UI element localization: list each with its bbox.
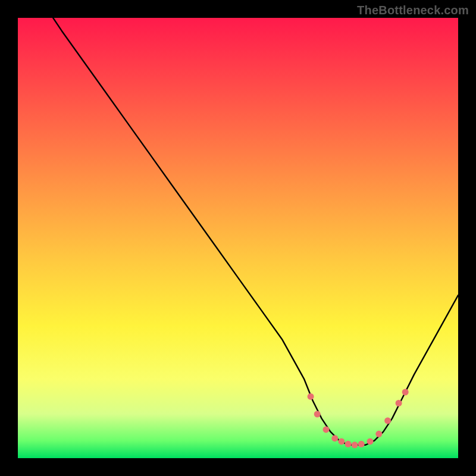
- highlight-dot: [314, 411, 321, 418]
- chart-stage: TheBottleneck.com: [0, 0, 476, 476]
- highlight-dot: [384, 418, 391, 424]
- highlight-dot: [367, 438, 374, 444]
- highlight-dot: [345, 441, 352, 447]
- attribution-label: TheBottleneck.com: [357, 4, 469, 17]
- curve-svg: [18, 18, 458, 458]
- highlight-dot: [358, 441, 365, 447]
- highlight-dot: [331, 435, 338, 441]
- highlight-dot: [375, 431, 382, 437]
- highlight-dot: [308, 393, 314, 400]
- highlight-dot: [338, 438, 345, 444]
- highlight-dot: [323, 426, 330, 433]
- highlight-dot: [402, 389, 409, 396]
- highlight-dot: [396, 400, 402, 406]
- highlight-dot: [352, 441, 358, 448]
- bottleneck-curve: [53, 18, 458, 445]
- highlight-dots: [308, 389, 409, 449]
- plot-area: [18, 18, 458, 458]
